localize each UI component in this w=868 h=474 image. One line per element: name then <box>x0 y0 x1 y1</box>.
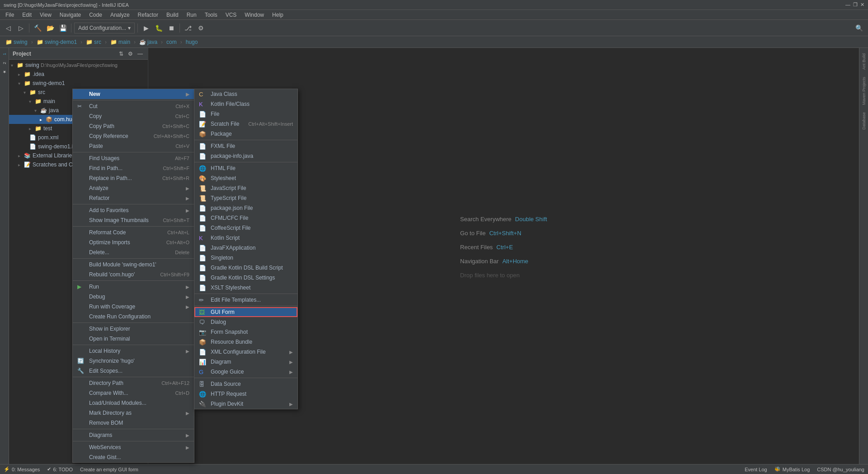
search-everywhere-icon[interactable]: 🔍 <box>854 23 864 33</box>
run-config-button[interactable]: Add Configuration... ▾ <box>74 23 135 33</box>
messages-status[interactable]: ⚡ 0: Messages <box>4 466 40 472</box>
ctx-copy-path[interactable]: Copy Path Ctrl+Shift+C <box>73 121 194 131</box>
tree-item-idea[interactable]: ▸ 📁 .idea <box>9 70 148 79</box>
menu-edit[interactable]: Edit <box>19 11 35 19</box>
minimize-panel-button[interactable]: — <box>136 50 144 57</box>
database-tab[interactable]: Database <box>861 109 867 133</box>
sub-singleton[interactable]: 📄 Singleton <box>194 253 297 263</box>
menu-refactor[interactable]: Refactor <box>134 11 162 19</box>
maven-tab[interactable]: Maven Projects <box>861 73 867 109</box>
sub-javafx[interactable]: 📄 JavaFXApplication <box>194 243 297 253</box>
sub-package-info[interactable]: 📄 package-info.java <box>194 151 297 161</box>
menu-help[interactable]: Help <box>269 11 287 19</box>
ctx-diagrams[interactable]: Diagrams ▶ <box>73 430 194 440</box>
sub-kotlin-script[interactable]: K Kotlin Script <box>194 233 297 243</box>
ctx-local-history[interactable]: Local History ▶ <box>73 346 194 356</box>
ctx-run[interactable]: ▶ Run ▶ <box>73 282 194 292</box>
ctx-compare-with[interactable]: Compare With... Ctrl+D <box>73 388 194 398</box>
anti-build-tab[interactable]: Ant Build <box>861 50 867 73</box>
debug-button[interactable]: 🐛 <box>153 23 164 33</box>
mybatis-log-status[interactable]: 🐝 MyBatis Log <box>774 466 810 472</box>
ctx-replace-in-path[interactable]: Replace in Path... Ctrl+Shift+R <box>73 173 194 183</box>
menu-analyze[interactable]: Analyze <box>107 11 133 19</box>
sub-html[interactable]: 🌐 HTML File <box>194 163 297 173</box>
menu-build[interactable]: Build <box>163 11 182 19</box>
breadcrumb-main[interactable]: 📁 main <box>108 38 133 46</box>
ctx-remove-bom[interactable]: Remove BOM <box>73 418 194 428</box>
ctx-new[interactable]: New ▶ <box>73 89 194 99</box>
sub-resource-bundle[interactable]: 📦 Resource Bundle <box>194 337 297 347</box>
ctx-add-to-favorites[interactable]: Add to Favorites ▶ <box>73 205 194 215</box>
settings-icon[interactable]: ⚙ <box>195 23 206 33</box>
breadcrumb-java[interactable]: ☕ java <box>137 38 160 46</box>
sort-button[interactable]: ⇅ <box>118 50 125 57</box>
menu-code[interactable]: Code <box>85 11 106 19</box>
menu-file[interactable]: File <box>2 11 18 19</box>
ctx-analyze[interactable]: Analyze ▶ <box>73 183 194 193</box>
sub-data-source[interactable]: 🗄 Data Source <box>194 379 297 389</box>
ctx-directory-path[interactable]: Directory Path Ctrl+Alt+F12 <box>73 378 194 388</box>
breadcrumb-swing-demo1[interactable]: 📁 swing-demo1 <box>34 38 80 46</box>
sub-ts[interactable]: 📜 TypeScript File <box>194 193 297 203</box>
toolbar-icon-2[interactable]: 📂 <box>45 23 56 33</box>
sub-package-json[interactable]: 📄 package.json File <box>194 203 297 213</box>
ctx-open-terminal[interactable]: Open in Terminal <box>73 334 194 344</box>
sub-xslt[interactable]: 📄 XSLT Stylesheet <box>194 283 297 293</box>
ctx-edit-scopes[interactable]: 🔧 Edit Scopes... <box>73 366 194 376</box>
ctx-show-explorer[interactable]: Show in Explorer <box>73 324 194 334</box>
menu-tools[interactable]: Tools <box>201 11 221 19</box>
toolbar-icon-3[interactable]: 💾 <box>57 23 68 33</box>
sub-package[interactable]: 📦 Package <box>194 129 297 139</box>
ctx-load-modules[interactable]: Load/Unload Modules... <box>73 398 194 408</box>
sub-js[interactable]: 📜 JavaScript File <box>194 183 297 193</box>
sub-http-request[interactable]: 🌐 HTTP Request <box>194 389 297 399</box>
todo-status[interactable]: ✔ 6: TODO <box>47 466 73 472</box>
menu-view[interactable]: View <box>36 11 55 19</box>
project-icon[interactable]: 1 <box>0 50 9 58</box>
breadcrumb-com[interactable]: com <box>164 38 179 46</box>
menu-window[interactable]: Window <box>241 11 268 19</box>
ctx-build-module[interactable]: Build Module 'swing-demo1' <box>73 260 194 270</box>
forward-button[interactable]: ▷ <box>15 23 26 33</box>
stop-button[interactable]: ⏹ <box>166 23 177 33</box>
sub-google-guice[interactable]: G Google Guice ▶ <box>194 367 297 377</box>
breadcrumb-swing[interactable]: 📁 swing <box>3 38 30 46</box>
ctx-cut[interactable]: ✂ Cut Ctrl+X <box>73 101 194 111</box>
ctx-run-coverage[interactable]: Run with Coverage ▶ <box>73 302 194 312</box>
breadcrumb-hugo[interactable]: hugo <box>183 38 201 46</box>
ctx-reformat[interactable]: Reformat Code Ctrl+Alt+L <box>73 228 194 237</box>
ctx-create-run-config[interactable]: Create Run Configuration <box>73 312 194 322</box>
ctx-optimize-imports[interactable]: Optimize Imports Ctrl+Alt+O <box>73 237 194 247</box>
window-controls[interactable]: — ❐ ✕ <box>845 2 864 8</box>
sub-cfml[interactable]: 📄 CFML/CFC File <box>194 213 297 223</box>
sub-dialog[interactable]: 🗨 Dialog <box>194 317 297 327</box>
breadcrumb-src[interactable]: 📁 src <box>83 38 104 46</box>
sub-fxml[interactable]: 📄 FXML File <box>194 141 297 151</box>
sub-gradle-build[interactable]: 📄 Gradle Kotlin DSL Build Script <box>194 263 297 273</box>
vcs-button[interactable]: ⎇ <box>183 23 193 33</box>
ctx-webservices[interactable]: WebServices ▶ <box>73 442 194 452</box>
menu-vcs[interactable]: VCS <box>222 11 241 19</box>
ctx-delete[interactable]: Delete... Delete <box>73 247 194 257</box>
sub-kotlin-class[interactable]: K Kotlin File/Class <box>194 99 297 109</box>
tree-item-swing[interactable]: ▾ 📁 swing D:\hugo\MyJavaFiles\project\sw… <box>9 61 148 70</box>
ctx-find-in-path[interactable]: Find in Path... Ctrl+Shift+F <box>73 163 194 173</box>
sub-xml-config[interactable]: 📄 XML Configuration File ▶ <box>194 347 297 357</box>
menu-run[interactable]: Run <box>183 11 200 19</box>
ctx-mark-directory[interactable]: Mark Directory as ▶ <box>73 408 194 418</box>
ctx-rebuild[interactable]: Rebuild 'com.hugo' Ctrl+Shift+F9 <box>73 270 194 280</box>
sub-stylesheet[interactable]: 🎨 Stylesheet <box>194 173 297 183</box>
favorites-icon[interactable]: ★ <box>0 68 9 76</box>
minimize-button[interactable]: — <box>845 2 850 8</box>
sub-edit-templates[interactable]: ✏ Edit File Templates... <box>194 295 297 305</box>
sub-plugin-devkit[interactable]: 🔌 Plugin DevKit ▶ <box>194 399 297 409</box>
sub-diagram[interactable]: 📊 Diagram ▶ <box>194 357 297 367</box>
back-button[interactable]: ◁ <box>3 23 14 33</box>
ctx-create-gist[interactable]: Create Gist... <box>73 452 194 462</box>
ctx-copy-reference[interactable]: Copy Reference Ctrl+Alt+Shift+C <box>73 131 194 141</box>
settings-button[interactable]: ⚙ <box>127 50 134 57</box>
sub-gradle-settings[interactable]: 📄 Gradle Kotlin DSL Settings <box>194 273 297 283</box>
ctx-debug[interactable]: Debug ▶ <box>73 292 194 302</box>
ctx-paste[interactable]: Paste Ctrl+V <box>73 141 194 151</box>
sub-file[interactable]: 📄 File <box>194 109 297 119</box>
